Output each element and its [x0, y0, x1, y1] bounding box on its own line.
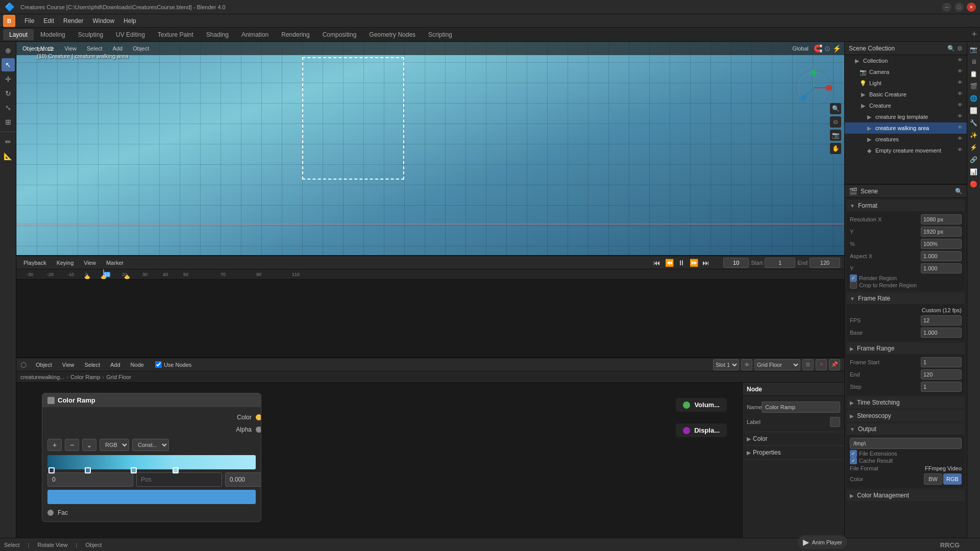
- pan-button[interactable]: ✋: [830, 143, 841, 154]
- viewport-add-menu[interactable]: Add: [110, 44, 126, 53]
- node-node-menu[interactable]: Node: [128, 361, 147, 369]
- add-workspace-button[interactable]: +: [971, 29, 977, 40]
- alpha-socket[interactable]: [256, 427, 261, 433]
- material-props-icon[interactable]: 🔴: [968, 179, 979, 190]
- node-object-menu[interactable]: Object: [33, 361, 55, 369]
- outliner-options-icon[interactable]: ⚙: [957, 45, 963, 52]
- cache-result-check[interactable]: [850, 457, 857, 464]
- viewport-global[interactable]: Global: [789, 44, 812, 53]
- tab-sculpting[interactable]: Sculpting: [72, 29, 109, 40]
- displacement-node-chip[interactable]: Displa...: [676, 423, 727, 437]
- scene-props-icon[interactable]: 🎬: [968, 81, 979, 92]
- tl-keying-menu[interactable]: Keying: [54, 259, 77, 267]
- color-section-header[interactable]: ▶ Color: [747, 435, 840, 442]
- object-props-icon[interactable]: ⬜: [968, 105, 979, 116]
- add-stop-button[interactable]: +: [47, 439, 62, 451]
- stereoscopy-header[interactable]: ▶ Stereoscopy: [847, 410, 965, 421]
- stop-pos-input[interactable]: [225, 472, 261, 487]
- node-name-input[interactable]: [762, 402, 840, 413]
- maximize-button[interactable]: □: [954, 3, 964, 12]
- constraints-props-icon[interactable]: 🔗: [968, 154, 979, 165]
- output-header[interactable]: ▼ Output: [847, 423, 965, 435]
- view-layer-props-icon[interactable]: 📋: [968, 68, 979, 80]
- color-socket[interactable]: [256, 414, 261, 420]
- frame-rate-header[interactable]: ▼ Frame Rate: [847, 293, 965, 304]
- tl-view-menu[interactable]: View: [81, 259, 99, 267]
- ol-item-light[interactable]: 💡 Light 👁: [845, 78, 967, 89]
- light-eye[interactable]: 👁: [958, 80, 965, 87]
- breadcrumb-context[interactable]: Grid Floor: [106, 374, 131, 380]
- tl-playback-menu[interactable]: Playback: [20, 259, 50, 267]
- properties-section-header[interactable]: ▶ Properties: [747, 449, 840, 456]
- ol-item-collection[interactable]: ▶ Collection 👁: [845, 55, 967, 66]
- navigation-gizmo[interactable]: [793, 67, 834, 108]
- crop-region-check[interactable]: [850, 282, 857, 289]
- menu-file[interactable]: File: [20, 16, 38, 26]
- time-stretching-header[interactable]: ▶ Time Stretching: [847, 397, 965, 408]
- slot-select[interactable]: Slot 1: [713, 359, 739, 370]
- node-viewer-btn[interactable]: 👁: [741, 359, 752, 370]
- empty-creature-eye[interactable]: 👁: [958, 147, 965, 154]
- ol-item-basic-creature[interactable]: ▶ Basic Creature 👁: [845, 89, 967, 100]
- zoom-out-button[interactable]: ⊖: [830, 116, 841, 128]
- viewport-prop-edit-icon[interactable]: ⊙: [824, 44, 830, 53]
- fac-socket[interactable]: [47, 510, 54, 516]
- transport-jump-end[interactable]: ⏭: [701, 258, 711, 268]
- start-frame-input[interactable]: [765, 258, 795, 268]
- menu-help[interactable]: Help: [119, 16, 140, 26]
- base-input[interactable]: [921, 328, 962, 338]
- stop-index-input[interactable]: [47, 472, 133, 487]
- ol-item-leg-template[interactable]: ▶ creature leg template 👁: [845, 111, 967, 122]
- color-preview-swatch[interactable]: [47, 490, 256, 504]
- outliner-filter-icon[interactable]: 🔍: [947, 45, 955, 52]
- transport-next-keyframe[interactable]: ⏩: [689, 258, 699, 268]
- node-close-btn[interactable]: ✕: [816, 359, 827, 370]
- frame-range-header[interactable]: ▶ Frame Range: [847, 343, 965, 354]
- res-y-input[interactable]: [921, 227, 962, 237]
- transform-tool[interactable]: ⊞: [2, 115, 15, 129]
- world-props-icon[interactable]: 🌐: [968, 93, 979, 104]
- cursor-tool[interactable]: ⊕: [2, 44, 15, 57]
- current-frame-input[interactable]: [723, 258, 749, 268]
- menu-edit[interactable]: Edit: [39, 16, 58, 26]
- format-header[interactable]: ▼ Format: [847, 200, 965, 211]
- basic-creature-eye[interactable]: 👁: [958, 91, 965, 98]
- transport-jump-start[interactable]: ⏮: [652, 258, 662, 268]
- leg-template-eye[interactable]: 👁: [958, 113, 965, 120]
- tl-marker-menu[interactable]: Marker: [103, 259, 127, 267]
- breadcrumb-node[interactable]: Color Ramp: [70, 374, 101, 380]
- tab-geometry-nodes[interactable]: Geometry Nodes: [363, 29, 422, 40]
- ol-item-walking-area[interactable]: ▶ creature walking area 👁: [845, 122, 967, 134]
- physics-props-icon[interactable]: ⚡: [968, 142, 979, 153]
- frame-end-input[interactable]: [921, 369, 962, 380]
- flip-ramp-button[interactable]: ⌄: [82, 439, 96, 451]
- tab-rendering[interactable]: Rendering: [275, 29, 315, 40]
- node-select-menu[interactable]: Select: [81, 361, 103, 369]
- tab-compositing[interactable]: Compositing: [316, 29, 363, 40]
- color-mgmt-header[interactable]: ▶ Color Management: [847, 490, 965, 501]
- node-add-menu[interactable]: Add: [107, 361, 124, 369]
- measure-tool[interactable]: 📐: [2, 149, 15, 163]
- ramp-stop-2[interactable]: [131, 467, 137, 473]
- modifier-props-icon[interactable]: 🔧: [968, 117, 979, 129]
- viewport-snap-icon[interactable]: ⚡: [832, 44, 841, 53]
- ol-item-creature[interactable]: ▶ Creature 👁: [845, 100, 967, 111]
- ramp-stop-3[interactable]: [173, 467, 179, 473]
- label-icon-btn[interactable]: [830, 417, 840, 427]
- ramp-stop-1[interactable]: [85, 467, 91, 473]
- breadcrumb-root[interactable]: creaturewalking...: [20, 374, 64, 380]
- node-view-menu[interactable]: View: [59, 361, 78, 369]
- step-input[interactable]: [921, 382, 962, 392]
- ol-item-creatures[interactable]: ▶ creatures 👁: [845, 134, 967, 145]
- percent-input[interactable]: [921, 239, 962, 249]
- use-nodes-checkbox[interactable]: [155, 361, 162, 368]
- tab-texture-paint[interactable]: Texture Paint: [152, 29, 200, 40]
- end-frame-input[interactable]: [810, 258, 840, 268]
- particles-props-icon[interactable]: ✨: [968, 130, 979, 141]
- zoom-in-button[interactable]: 🔍: [830, 103, 841, 114]
- rotate-tool[interactable]: ↻: [2, 87, 15, 100]
- ramp-stop-0[interactable]: [48, 467, 55, 473]
- interpolation-select[interactable]: Const... Linear Ease: [132, 439, 169, 451]
- collection-eye[interactable]: 👁: [958, 57, 965, 64]
- ol-item-empty-creature[interactable]: ◆ Empty creature movement 👁: [845, 145, 967, 156]
